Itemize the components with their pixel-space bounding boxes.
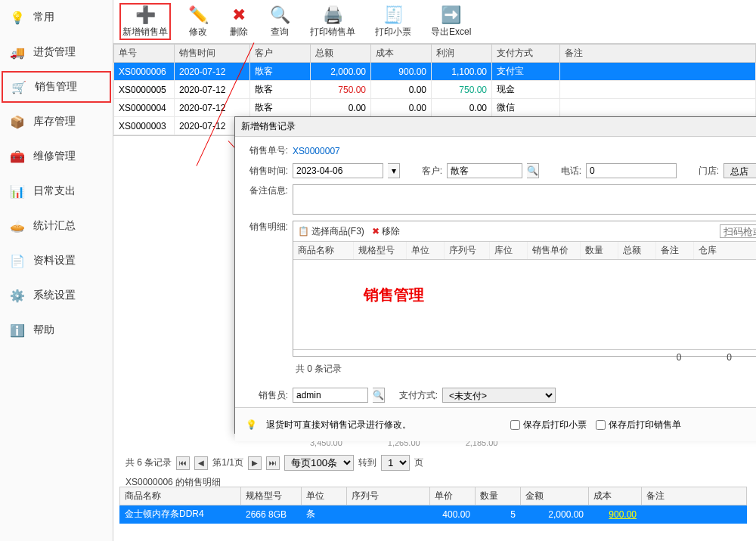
order-number: XS0000007 <box>293 146 340 156</box>
jumppage-select[interactable]: 1 <box>381 455 410 471</box>
sidebar-item-stats[interactable]: 🥧统计汇总 <box>0 209 113 243</box>
x-icon: ✖ <box>372 226 380 236</box>
chart-icon: 📊 <box>9 183 26 199</box>
truck-icon: 🚚 <box>9 44 26 60</box>
search-icon: 🔍 <box>269 5 290 26</box>
table-row[interactable]: XS00000052020-07-12散客750.000.00750.00现金 <box>114 81 756 99</box>
sidebar-item-repair[interactable]: 🧰维修管理 <box>0 139 113 174</box>
arrow-icon: ➡️ <box>441 5 462 26</box>
customer-input[interactable] <box>447 163 522 178</box>
sidebar-item-stock[interactable]: 📦库存管理 <box>0 104 113 139</box>
plus-icon: 📋 <box>298 226 309 236</box>
sidebar-item-settings[interactable]: ⚙️系统设置 <box>0 278 113 313</box>
x-icon: ✖ <box>228 5 249 26</box>
paymethod-select[interactable]: <未支付> <box>442 388 556 403</box>
main-area: ➕新增销售单 ✏️修改 ✖删除 🔍查询 🖨️打印销售单 🧾打印小票 ➡️导出Ex… <box>113 0 756 541</box>
receipt-icon: 🧾 <box>383 5 404 26</box>
new-sales-dialog: 新增销售记录 ✕ 🛒 销售单号: XS0000007 销售时间: ▾ 客户: 🔍… <box>234 116 756 434</box>
table-row[interactable]: XS00000062020-07-12散客2,000.00900.001,100… <box>114 63 756 81</box>
prev-page-button[interactable]: ◀ <box>194 456 208 470</box>
search-icon[interactable]: 🔍 <box>373 388 385 403</box>
table-row[interactable]: XS00000042020-07-12散客0.000.000.00微信 <box>114 99 756 117</box>
tools-icon: 🧰 <box>9 148 26 165</box>
toolbar: ➕新增销售单 ✏️修改 ✖删除 🔍查询 🖨️打印销售单 🧾打印小票 ➡️导出Ex… <box>113 0 756 44</box>
calendar-icon[interactable]: ▾ <box>388 163 400 178</box>
detail-grid[interactable]: 商品名称规格型号单位序列号单价数量金额成本备注 金士顿内存条DDR42666 8… <box>119 487 747 524</box>
last-page-button[interactable]: ⏭ <box>266 456 280 470</box>
box-icon: 📦 <box>9 113 26 130</box>
plus-icon: ➕ <box>135 5 156 26</box>
export-button[interactable]: ➡️导出Excel <box>428 3 474 40</box>
cart-icon: 🛒 <box>11 79 27 95</box>
print-receipt-checkbox[interactable] <box>510 420 520 430</box>
dialog-title: 新增销售记录 <box>241 120 296 133</box>
sidebar-item-data[interactable]: 📄资料设置 <box>0 243 113 278</box>
print-order-button[interactable]: 🖨️打印销售单 <box>307 3 358 40</box>
pencil-icon: ✏️ <box>187 5 209 26</box>
annotation-label: 销售管理 <box>364 285 424 305</box>
search-icon[interactable]: 🔍 <box>527 163 539 178</box>
detail-lines: 📋选择商品(F3) ✖移除 🔍 商品名称规格型号单位序列号库位销售单价数量总额备… <box>293 221 756 357</box>
gear-icon: ⚙️ <box>9 287 26 304</box>
pagesize-select[interactable]: 每页100条 <box>284 455 354 471</box>
sidebar: 💡常用 🚚进货管理 🛒销售管理 📦库存管理 🧰维修管理 📊日常支出 🥧统计汇总 … <box>0 0 113 541</box>
printer-icon: 🖨️ <box>322 5 343 26</box>
bulb-icon: 💡 <box>9 9 26 26</box>
print-order-checkbox[interactable] <box>596 420 606 430</box>
scan-input[interactable] <box>720 224 756 238</box>
sale-time-input[interactable] <box>293 163 383 178</box>
delete-button[interactable]: ✖删除 <box>225 3 253 40</box>
tip-text: 退货时可直接对销售记录进行修改。 <box>266 419 411 431</box>
print-receipt-button[interactable]: 🧾打印小票 <box>372 3 414 40</box>
info-icon: ℹ️ <box>9 322 26 339</box>
sidebar-item-expense[interactable]: 📊日常支出 <box>0 174 113 209</box>
detail-header: 商品名称规格型号单位序列号库位销售单价数量总额备注仓库 <box>293 242 756 260</box>
sidebar-item-help[interactable]: ℹ️帮助 <box>0 313 113 348</box>
phone-input[interactable] <box>586 163 677 178</box>
remove-button[interactable]: ✖移除 <box>372 225 400 238</box>
remark-input[interactable] <box>293 184 756 215</box>
shop-select[interactable]: 总店 <box>723 163 756 178</box>
first-page-button[interactable]: ⏮ <box>176 456 190 470</box>
edit-button[interactable]: ✏️修改 <box>184 3 212 40</box>
query-button[interactable]: 🔍查询 <box>266 3 293 40</box>
bulb-icon: 💡 <box>246 419 257 430</box>
table-row[interactable]: 金士顿内存条DDR42666 8GB条400.0052,000.00900.00 <box>120 505 747 524</box>
sidebar-item-sales[interactable]: 🛒销售管理 <box>2 71 111 103</box>
sidebar-item-home[interactable]: 💡常用 <box>0 0 113 35</box>
next-page-button[interactable]: ▶ <box>248 456 262 470</box>
add-sales-button[interactable]: ➕新增销售单 <box>119 3 171 40</box>
doc-icon: 📄 <box>9 252 26 269</box>
pick-goods-button[interactable]: 📋选择商品(F3) <box>298 225 364 238</box>
pie-icon: 🥧 <box>9 218 26 234</box>
salesman-input[interactable] <box>293 388 368 403</box>
sidebar-item-purchase[interactable]: 🚚进货管理 <box>0 35 113 70</box>
